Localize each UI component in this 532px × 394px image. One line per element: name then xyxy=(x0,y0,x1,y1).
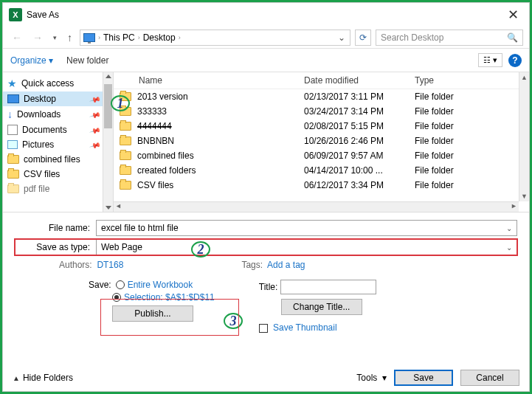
save-form: File name: excel file to html file ⌄ Sav… xyxy=(3,212,529,337)
sidebar-scrollbar[interactable] xyxy=(103,72,113,212)
save-label: Save: xyxy=(89,280,111,290)
file-type: File folder xyxy=(415,151,523,161)
file-type: File folder xyxy=(415,106,523,117)
filename-input[interactable]: excel file to html file ⌄ xyxy=(96,220,517,236)
file-scrollbar-h[interactable] xyxy=(114,201,519,212)
pc-icon xyxy=(83,33,95,42)
table-row[interactable]: 444444402/08/2017 5:15 PMFile folder xyxy=(114,119,529,134)
radio-entire-workbook[interactable] xyxy=(116,280,125,289)
folder-icon xyxy=(7,155,19,164)
sidebar-item-pictures[interactable]: Pictures 📌 xyxy=(3,137,113,152)
folder-icon xyxy=(120,92,131,101)
file-scrollbar-v[interactable] xyxy=(519,72,529,201)
file-name: created folders xyxy=(137,165,196,176)
table-row[interactable]: combined files06/09/2017 9:57 AMFile fol… xyxy=(114,148,529,163)
column-date[interactable]: Date modified xyxy=(304,75,415,86)
tags-value[interactable]: Add a tag xyxy=(267,260,305,270)
sidebar-item-desktop[interactable]: Desktop 📌 xyxy=(3,91,113,106)
breadcrumb-pc[interactable]: This PC xyxy=(103,32,135,43)
search-input[interactable]: Search Desktop 🔍 xyxy=(376,30,523,46)
back-button[interactable]: ← xyxy=(9,30,25,45)
toolbar: Organize ▾ New folder ☷ ▾ ? xyxy=(3,49,529,72)
refresh-button[interactable]: ⟳ xyxy=(355,30,371,46)
table-row[interactable]: created folders04/14/2017 10:00 ...File … xyxy=(114,163,529,178)
sidebar-item-documents[interactable]: Documents 📌 xyxy=(3,122,113,137)
file-name: CSV files xyxy=(137,180,173,190)
folder-icon xyxy=(120,151,131,160)
address-bar[interactable]: › This PC› Desktop› ⌄ xyxy=(80,30,350,46)
hide-folders-button[interactable]: ▲Hide Folders xyxy=(13,373,73,383)
file-type: File folder xyxy=(415,91,523,102)
file-name: 2013 version xyxy=(137,91,188,102)
sidebar-item-downloads[interactable]: ↓ Downloads 📌 xyxy=(3,106,113,122)
nav-bar: ← → ▾ ↑ › This PC› Desktop› ⌄ ⟳ Search D… xyxy=(3,27,529,49)
save-as-dialog: X Save As ✕ ← → ▾ ↑ › This PC› Desktop› … xyxy=(2,2,530,392)
title-input[interactable] xyxy=(280,280,376,294)
entire-workbook-label: Entire Workbook xyxy=(128,280,193,290)
file-type: File folder xyxy=(415,180,523,190)
titlebar: X Save As ✕ xyxy=(3,3,529,27)
save-thumbnail-checkbox[interactable] xyxy=(259,324,268,333)
saveastype-combo[interactable]: Web Page ⌄ xyxy=(96,239,517,255)
pin-icon: 📌 xyxy=(89,124,101,136)
sidebar-item-combined[interactable]: combined files xyxy=(3,152,113,167)
folder-icon xyxy=(120,107,131,116)
chevron-down-icon[interactable]: ⌄ xyxy=(506,224,512,232)
help-button[interactable]: ? xyxy=(508,54,522,67)
file-name: combined files xyxy=(137,151,194,161)
organize-menu[interactable]: Organize ▾ xyxy=(10,55,53,66)
excel-icon: X xyxy=(9,8,22,21)
breadcrumb-desktop[interactable]: Desktop xyxy=(143,32,176,43)
save-button[interactable]: Save xyxy=(394,370,453,386)
chevron-down-icon[interactable]: ⌄ xyxy=(506,243,512,252)
column-type[interactable]: Type xyxy=(415,75,523,86)
save-thumbnail-label: Save Thumbnail xyxy=(273,322,337,333)
document-icon xyxy=(7,125,18,135)
folder-icon xyxy=(120,166,131,175)
folder-icon xyxy=(120,181,131,190)
sidebar-item-csv[interactable]: CSV files xyxy=(3,167,113,182)
change-title-button[interactable]: Change Title... xyxy=(281,299,362,315)
saveastype-label: Save as type: xyxy=(15,242,96,252)
file-type: File folder xyxy=(415,136,523,146)
file-name: BNBNBN xyxy=(137,136,174,146)
pin-icon: 📌 xyxy=(89,108,101,120)
column-name[interactable]: Name xyxy=(120,75,304,86)
table-row[interactable]: BNBNBN10/26/2016 2:46 PMFile folder xyxy=(114,134,529,148)
cancel-button[interactable]: Cancel xyxy=(460,370,519,386)
file-date: 03/24/2017 3:14 PM xyxy=(304,106,415,117)
authors-value[interactable]: DT168 xyxy=(97,260,123,270)
forward-button[interactable]: → xyxy=(30,30,46,45)
download-icon: ↓ xyxy=(7,108,13,120)
file-list: Name Date modified Type 2013 version02/1… xyxy=(114,72,529,212)
table-row[interactable]: 2013 version02/13/2017 3:11 PMFile folde… xyxy=(114,89,529,104)
folder-icon xyxy=(7,170,19,179)
sidebar-item-pdf[interactable]: pdf file xyxy=(3,182,113,196)
file-type: File folder xyxy=(415,165,523,176)
sidebar: ★ Quick access Desktop 📌 ↓ Downloads 📌 D… xyxy=(3,72,114,212)
selection-label: Selection: $A$1:$D$11 xyxy=(124,292,215,303)
new-folder-button[interactable]: New folder xyxy=(66,55,108,66)
search-icon: 🔍 xyxy=(507,32,518,43)
file-date: 10/26/2016 2:46 PM xyxy=(304,136,415,146)
table-row[interactable]: 33333303/24/2017 3:14 PMFile folder xyxy=(114,104,529,119)
tools-menu[interactable]: Tools ▾ xyxy=(356,373,387,383)
file-date: 02/13/2017 3:11 PM xyxy=(304,91,415,102)
sidebar-item-quick-access[interactable]: ★ Quick access xyxy=(3,75,113,91)
recent-dropdown[interactable]: ▾ xyxy=(50,32,60,43)
tags-label: Tags: xyxy=(241,260,263,270)
view-button[interactable]: ☷ ▾ xyxy=(478,53,502,67)
window-title: Save As xyxy=(27,10,503,20)
radio-selection[interactable] xyxy=(112,293,121,302)
folder-icon xyxy=(7,184,19,193)
bottom-bar: ▲Hide Folders Tools ▾ Save Cancel xyxy=(13,370,519,386)
publish-button[interactable]: Publish... xyxy=(112,305,193,322)
up-button[interactable]: ↑ xyxy=(64,30,75,45)
file-name: 333333 xyxy=(137,106,167,117)
table-row[interactable]: CSV files06/12/2017 3:34 PMFile folder xyxy=(114,178,529,193)
filename-label: File name: xyxy=(15,223,96,233)
close-button[interactable]: ✕ xyxy=(503,7,523,23)
desktop-icon xyxy=(7,94,19,103)
address-dropdown[interactable]: ⌄ xyxy=(336,32,347,43)
file-date: 06/09/2017 9:57 AM xyxy=(304,151,415,161)
